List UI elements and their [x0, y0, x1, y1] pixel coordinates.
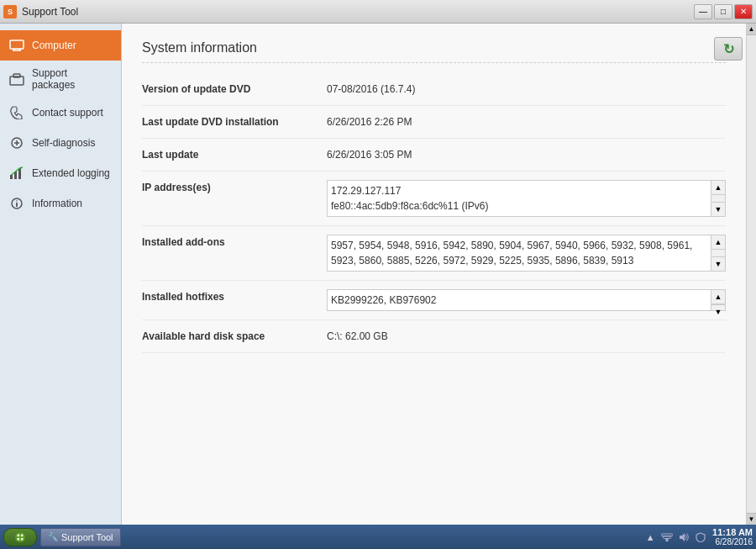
value-container-last-update-dvd: 6/26/2016 2:26 PM [327, 114, 726, 129]
tray-sound-icon[interactable] [677, 531, 690, 544]
tray-security-icon[interactable] [694, 531, 707, 544]
label-hotfixes: Installed hotfixes [142, 289, 327, 303]
value-last-update: 6/26/2016 3:05 PM [327, 147, 726, 162]
svg-rect-18 [18, 537, 20, 540]
addons-scroll-down[interactable]: ▼ [711, 256, 725, 271]
clock-time: 11:18 AM [712, 527, 753, 537]
sidebar-item-support-packages[interactable]: Support packages [0, 61, 121, 98]
self-diagnosis-icon [8, 135, 25, 151]
value-container-addons: 5957, 5954, 5948, 5916, 5942, 5890, 5904… [327, 235, 726, 272]
minimize-button[interactable]: — [694, 4, 712, 19]
ip-scroll-down[interactable]: ▼ [711, 202, 725, 216]
label-version-dvd: Version of update DVD [142, 82, 327, 95]
label-last-update: Last update [142, 147, 327, 161]
taskbar: 🔧 Support Tool ▲ [0, 525, 756, 549]
info-row-addons: Installed add-ons 5957, 5954, 5948, 5916… [142, 226, 726, 281]
value-hotfixes: KB2999226, KB976902 [331, 293, 708, 308]
information-icon [8, 195, 25, 212]
info-row-version: Version of update DVD 07-08/2016 (16.7.4… [142, 73, 726, 106]
clock-date: 6/28/2016 [712, 537, 753, 546]
support-packages-icon [8, 71, 25, 87]
app-icon: S [3, 5, 17, 18]
refresh-button[interactable]: ↻ [714, 37, 743, 61]
info-row-last-update-dvd: Last update DVD installation 6/26/2016 2… [142, 106, 726, 139]
sidebar: Computer Support packages Contact suppor… [0, 24, 122, 525]
scroll-down-arrow[interactable]: ▼ [747, 513, 756, 525]
info-row-hotfixes: Installed hotfixes KB2999226, KB976902 ▲… [142, 281, 726, 320]
svg-rect-17 [21, 534, 24, 536]
close-button[interactable]: ✕ [734, 4, 753, 19]
value-container-version-dvd: 07-08/2016 (16.7.4) [327, 82, 726, 97]
start-orb-icon [14, 531, 26, 543]
ip-scroll-up[interactable]: ▲ [711, 181, 725, 195]
scroll-up-arrow[interactable]: ▲ [747, 24, 756, 35]
sidebar-item-contact-support[interactable]: Contact support [0, 98, 121, 128]
value-container-disk: C:\: 62.00 GB [327, 329, 726, 344]
hotfixes-scrollbar: ▲ ▼ [711, 289, 726, 311]
value-disk: C:\: 62.00 GB [327, 329, 726, 344]
value-version-dvd: 07-08/2016 (16.7.4) [327, 82, 726, 97]
self-diagnosis-label: Self-diagnosis [32, 137, 95, 149]
information-label: Information [32, 198, 82, 209]
svg-rect-16 [18, 534, 20, 536]
tray-network-icon[interactable] [660, 531, 674, 544]
start-button[interactable] [3, 528, 37, 546]
value-addons: 5957, 5954, 5948, 5916, 5942, 5890, 5904… [331, 238, 708, 268]
taskbar-left: 🔧 Support Tool [3, 528, 121, 546]
computer-icon [8, 37, 25, 54]
support-packages-label: Support packages [32, 67, 113, 91]
sidebar-item-extended-logging[interactable]: Extended logging [0, 158, 121, 188]
ip-scrollbar: ▲ ▼ [711, 180, 726, 217]
value-ip-line2: fe80::4ac:5db9:f8ca:6dc%11 (IPv6) [331, 198, 708, 214]
contact-support-label: Contact support [32, 107, 103, 119]
contact-support-icon [8, 104, 25, 121]
page-title: System information [142, 40, 726, 63]
extended-logging-icon [8, 165, 25, 182]
value-ip-line1: 172.29.127.117 [331, 183, 708, 198]
window-title: Support Tool [22, 6, 78, 18]
maximize-button[interactable]: □ [714, 4, 732, 19]
system-tray: ▲ [643, 531, 707, 544]
tray-arrow-icon[interactable]: ▲ [643, 531, 657, 544]
svg-point-15 [15, 531, 25, 541]
svg-rect-5 [13, 74, 20, 77]
taskbar-app-button[interactable]: 🔧 Support Tool [40, 528, 121, 546]
label-addons: Installed add-ons [142, 235, 327, 248]
title-bar: S Support Tool — □ ✕ [0, 0, 756, 24]
value-container-hotfixes: KB2999226, KB976902 ▲ ▼ [327, 289, 726, 311]
addons-scrollbar: ▲ ▼ [711, 235, 726, 272]
svg-rect-9 [10, 175, 13, 179]
hotfixes-scroll-down[interactable]: ▼ [711, 304, 725, 319]
svg-rect-21 [664, 536, 671, 539]
taskbar-app-label: Support Tool [61, 532, 113, 542]
clock: 11:18 AM 6/28/2016 [712, 527, 753, 546]
window-scrollbar[interactable]: ▲ ▼ [746, 24, 756, 525]
window-controls: — □ ✕ [694, 4, 753, 19]
sidebar-item-self-diagnosis[interactable]: Self-diagnosis [0, 128, 121, 158]
svg-marker-23 [680, 533, 685, 541]
info-row-last-update: Last update 6/26/2016 3:05 PM [142, 139, 726, 172]
hotfixes-scroll-up[interactable]: ▲ [711, 290, 725, 304]
taskbar-right: ▲ 11:18 AM [643, 527, 753, 546]
addons-scroll-up[interactable]: ▲ [711, 235, 725, 250]
sidebar-item-information[interactable]: Information [0, 188, 121, 219]
value-last-update-dvd: 6/26/2016 2:26 PM [327, 114, 726, 129]
value-container-ip: 172.29.127.117 fe80::4ac:5db9:f8ca:6dc%1… [327, 180, 726, 217]
value-container-last-update: 6/26/2016 3:05 PM [327, 147, 726, 162]
info-row-ip: IP address(es) 172.29.127.117 fe80::4ac:… [142, 172, 726, 226]
app-container: Computer Support packages Contact suppor… [0, 24, 756, 525]
content-area: System information Version of update DVD… [122, 24, 746, 525]
info-row-disk: Available hard disk space C:\: 62.00 GB [142, 320, 726, 353]
svg-rect-11 [18, 168, 21, 179]
title-bar-left: S Support Tool [3, 5, 78, 18]
svg-point-14 [16, 200, 18, 202]
label-disk: Available hard disk space [142, 329, 327, 342]
svg-rect-22 [661, 534, 673, 536]
svg-rect-19 [21, 537, 24, 540]
label-last-update-dvd: Last update DVD installation [142, 114, 327, 128]
computer-label: Computer [32, 40, 76, 51]
refresh-icon: ↻ [723, 41, 734, 57]
label-ip: IP address(es) [142, 180, 327, 193]
svg-rect-0 [10, 40, 24, 49]
sidebar-item-computer[interactable]: Computer [0, 30, 121, 61]
